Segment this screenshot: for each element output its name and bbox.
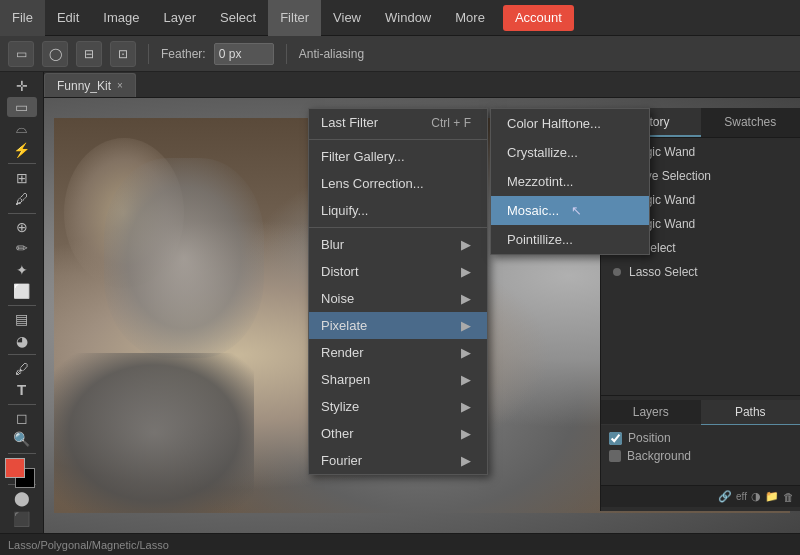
status-text: Lasso/Polygonal/Magnetic/Lasso xyxy=(8,539,169,551)
tool-stamp[interactable]: ✦ xyxy=(7,260,37,279)
tab-bar: Funny_Kit × xyxy=(44,72,800,98)
filter-sep-1 xyxy=(309,139,487,140)
menu-window[interactable]: Window xyxy=(373,0,443,36)
submenu-pointillize[interactable]: Pointillize... xyxy=(491,225,649,254)
tab-filename: Funny_Kit xyxy=(57,79,111,93)
aa-label: Anti-aliasing xyxy=(299,47,364,61)
filter-pixelate[interactable]: Pixelate ▶ xyxy=(309,312,487,339)
tool-sep-6 xyxy=(8,453,36,454)
feather-label: Feather: xyxy=(161,47,206,61)
menu-view[interactable]: View xyxy=(321,0,373,36)
filter-gallery[interactable]: Filter Gallery... xyxy=(309,143,487,170)
tool-lasso[interactable]: ⌓ xyxy=(7,119,37,138)
tab-layers[interactable]: Layers xyxy=(601,400,701,425)
submenu-mosaic[interactable]: Mosaic... ↖ xyxy=(491,196,649,225)
filter-noise[interactable]: Noise ▶ xyxy=(309,285,487,312)
paths-checkbox-position[interactable] xyxy=(609,432,622,445)
submenu-mezzotint[interactable]: Mezzotint... xyxy=(491,167,649,196)
tool-shape[interactable]: ◻ xyxy=(7,408,37,427)
icon-link[interactable]: 🔗 xyxy=(718,490,732,503)
tool-sep-3 xyxy=(8,305,36,306)
color-swatches[interactable] xyxy=(5,458,39,480)
filter-blur[interactable]: Blur ▶ xyxy=(309,231,487,258)
submenu-crystallize[interactable]: Crystallize... xyxy=(491,138,649,167)
sep1 xyxy=(148,44,149,64)
menu-edit[interactable]: Edit xyxy=(45,0,91,36)
feather-input[interactable] xyxy=(214,43,274,65)
tool-rect-select[interactable]: ▭ xyxy=(8,41,34,67)
tab-swatches[interactable]: Swatches xyxy=(701,108,801,137)
tool-dodge[interactable]: ◕ xyxy=(7,331,37,350)
tool-heal[interactable]: ⊕ xyxy=(7,217,37,236)
menu-image[interactable]: Image xyxy=(91,0,151,36)
layer-thumb-bg xyxy=(609,450,621,462)
tool-crop[interactable]: ⊞ xyxy=(7,168,37,187)
tool-quick-mask[interactable]: ⬤ xyxy=(7,488,37,507)
tool-sep-5 xyxy=(8,404,36,405)
icon-halftone[interactable]: ◑ xyxy=(751,490,761,503)
menu-filter[interactable]: Filter xyxy=(268,0,321,36)
tool-row-select[interactable]: ⊟ xyxy=(76,41,102,67)
paths-content: Position Background xyxy=(601,425,800,485)
pixelate-submenu: Color Halftone... Crystallize... Mezzoti… xyxy=(490,108,650,255)
filter-other[interactable]: Other ▶ xyxy=(309,420,487,447)
filter-stylize[interactable]: Stylize ▶ xyxy=(309,393,487,420)
paths-item-bg[interactable]: Background xyxy=(609,449,792,463)
menu-bar: File Edit Image Layer Select Filter View… xyxy=(0,0,800,36)
icon-delete[interactable]: 🗑 xyxy=(783,491,794,503)
filter-fourier[interactable]: Fourier ▶ xyxy=(309,447,487,474)
filter-liquify[interactable]: Liquify... xyxy=(309,197,487,224)
tool-eraser[interactable]: ⬜ xyxy=(7,282,37,301)
other-arrow-icon: ▶ xyxy=(461,426,471,441)
menu-select[interactable]: Select xyxy=(208,0,268,36)
menu-file[interactable]: File xyxy=(0,0,45,36)
distort-arrow-icon: ▶ xyxy=(461,264,471,279)
tab-close-button[interactable]: × xyxy=(117,80,123,91)
lower-panel-tabs: Layers Paths xyxy=(601,400,800,425)
fourier-arrow-icon: ▶ xyxy=(461,453,471,468)
sharpen-arrow-icon: ▶ xyxy=(461,372,471,387)
menu-more[interactable]: More xyxy=(443,0,497,36)
noise-arrow-icon: ▶ xyxy=(461,291,471,306)
last-filter-shortcut: Ctrl + F xyxy=(431,116,471,130)
menu-layer[interactable]: Layer xyxy=(152,0,209,36)
filter-render[interactable]: Render ▶ xyxy=(309,339,487,366)
tool-col-select[interactable]: ⊡ xyxy=(110,41,136,67)
tool-marquee[interactable]: ▭ xyxy=(7,97,37,116)
blur-arrow-icon: ▶ xyxy=(461,237,471,252)
tool-screen-mode[interactable]: ⬛ xyxy=(7,510,37,529)
options-bar: ▭ ◯ ⊟ ⊡ Feather: Anti-aliasing xyxy=(0,36,800,72)
cursor-indicator: ↖ xyxy=(571,203,582,218)
filter-sharpen[interactable]: Sharpen ▶ xyxy=(309,366,487,393)
tool-brush[interactable]: ✏ xyxy=(7,239,37,258)
left-toolbar: ✛ ▭ ⌓ ⚡ ⊞ 🖊 ⊕ ✏ ✦ ⬜ ▤ ◕ 🖋 T ◻ 🔍 ⬤ ⬛ xyxy=(0,72,44,533)
icon-eff[interactable]: eff xyxy=(736,491,747,502)
icon-folder[interactable]: 📁 xyxy=(765,490,779,503)
panel-bottom-icons: 🔗 eff ◑ 📁 🗑 xyxy=(601,485,800,507)
filter-last-filter[interactable]: Last Filter Ctrl + F xyxy=(309,109,487,136)
canvas-tab[interactable]: Funny_Kit × xyxy=(44,73,136,97)
paths-item-position[interactable]: Position xyxy=(609,431,792,445)
pixelate-arrow-icon: ▶ xyxy=(461,318,471,333)
tool-move[interactable]: ✛ xyxy=(7,76,37,95)
filter-distort[interactable]: Distort ▶ xyxy=(309,258,487,285)
history-label-6: Lasso Select xyxy=(629,265,698,279)
swatch-foreground[interactable] xyxy=(5,458,25,478)
submenu-color-halftone[interactable]: Color Halftone... xyxy=(491,109,649,138)
tool-pen[interactable]: 🖋 xyxy=(7,359,37,378)
status-bar: Lasso/Polygonal/Magnetic/Lasso xyxy=(0,533,800,555)
tab-paths[interactable]: Paths xyxy=(701,400,801,425)
paths-label-position: Position xyxy=(628,431,671,445)
tool-sep-1 xyxy=(8,163,36,164)
menu-account[interactable]: Account xyxy=(503,5,574,31)
stylize-arrow-icon: ▶ xyxy=(461,399,471,414)
tool-zoom[interactable]: 🔍 xyxy=(7,430,37,449)
tool-ellipse-select[interactable]: ◯ xyxy=(42,41,68,67)
last-filter-label: Last Filter xyxy=(321,115,378,130)
filter-lens-correction[interactable]: Lens Correction... xyxy=(309,170,487,197)
history-item-6[interactable]: Lasso Select xyxy=(601,260,800,284)
tool-eyedropper[interactable]: 🖊 xyxy=(7,189,37,208)
tool-gradient[interactable]: ▤ xyxy=(7,310,37,329)
tool-magic-wand[interactable]: ⚡ xyxy=(7,140,37,159)
tool-text[interactable]: T xyxy=(7,380,37,399)
